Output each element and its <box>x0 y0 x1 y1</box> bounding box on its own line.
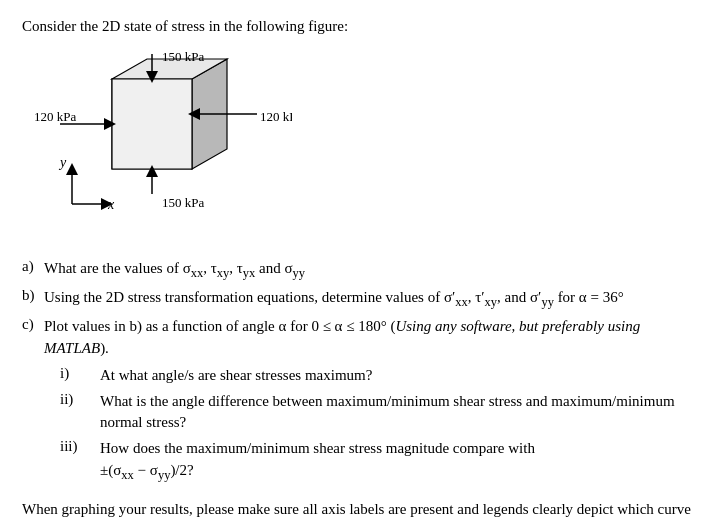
q-text-c: Plot values in b) as a function of angle… <box>44 316 694 360</box>
sub-label-iii: iii) <box>60 438 100 455</box>
q-text-a: What are the values of σxx, τxy, τyx and… <box>44 258 305 282</box>
svg-marker-3 <box>112 79 192 169</box>
sub-label-i: i) <box>60 365 100 382</box>
sub-text-i: At what angle/s are shear stresses maxim… <box>100 365 372 387</box>
questions-section: a) What are the values of σxx, τxy, τyx … <box>22 258 694 484</box>
svg-text:120 kPa: 120 kPa <box>34 109 76 124</box>
question-a: a) What are the values of σxx, τxy, τyx … <box>22 258 694 282</box>
q-label-b: b) <box>22 287 44 304</box>
sub-item-ii: ii) What is the angle difference between… <box>60 391 694 435</box>
sub-text-iii: How does the maximum/minimum shear stres… <box>100 438 535 484</box>
svg-text:150 kPa: 150 kPa <box>162 49 204 64</box>
question-c: c) Plot values in b) as a function of an… <box>22 316 694 360</box>
svg-text:x: x <box>107 197 115 212</box>
footer-note: When graphing your results, please make … <box>22 498 694 526</box>
q-text-b: Using the 2D stress transformation equat… <box>44 287 624 311</box>
svg-text:y: y <box>58 155 67 170</box>
intro-text: Consider the 2D state of stress in the f… <box>22 18 694 35</box>
sub-item-i: i) At what angle/s are shear stresses ma… <box>60 365 694 387</box>
sub-text-ii: What is the angle difference between max… <box>100 391 694 435</box>
figure-area: 150 kPa 150 kPa 120 kPa 120 kPa y x <box>32 49 694 244</box>
svg-text:150 kPa: 150 kPa <box>162 195 204 210</box>
q-label-a: a) <box>22 258 44 275</box>
sub-items: i) At what angle/s are shear stresses ma… <box>60 365 694 484</box>
svg-text:120 kPa: 120 kPa <box>260 109 292 124</box>
sub-label-ii: ii) <box>60 391 100 408</box>
q-label-c: c) <box>22 316 44 333</box>
stress-figure: 150 kPa 150 kPa 120 kPa 120 kPa y x <box>32 49 292 244</box>
sub-item-iii: iii) How does the maximum/minimum shear … <box>60 438 694 484</box>
question-b: b) Using the 2D stress transformation eq… <box>22 287 694 311</box>
